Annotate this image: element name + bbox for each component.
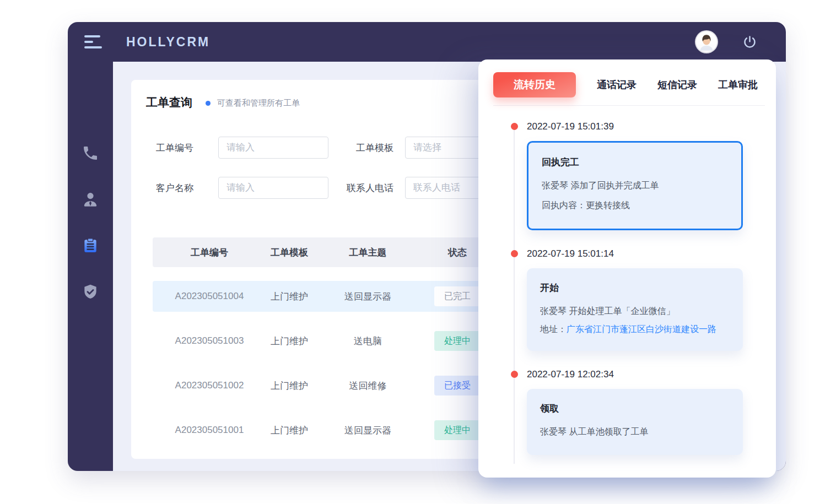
table-row[interactable]: A202305051003上门维护送电脑处理中 xyxy=(153,326,505,356)
sidebar-nav xyxy=(68,62,113,471)
timeline-address: 地址：广东省江门市蓬江区白沙街道建设一路 xyxy=(540,321,730,338)
app-logo: HOLLYCRM xyxy=(126,35,210,50)
filter-field: 工单编号 xyxy=(156,137,328,159)
tab-calls[interactable]: 通话记录 xyxy=(597,78,637,91)
timeline-card[interactable]: 开始张爱琴 开始处理工单「企业微信」地址：广东省江门市蓬江区白沙街道建设一路 xyxy=(527,268,743,351)
detail-tabs: 流转历史通话记录短信记录工单审批 xyxy=(478,59,776,97)
header-actions xyxy=(696,31,757,52)
table-row[interactable]: A202305051004上门维护送回显示器已完工 xyxy=(153,281,505,312)
cell-id: A202305051002 xyxy=(163,380,256,391)
timeline-card[interactable]: 领取张爱琴 从工单池领取了工单 xyxy=(527,389,743,455)
filter-field: 客户名称 xyxy=(156,177,328,199)
timeline-timestamp: 2022-07-19 15:01:39 xyxy=(527,120,776,133)
cell-id: A202305051003 xyxy=(163,335,256,346)
timeline-item: 2022-07-19 15:01:39回执完工张爱琴 添加了回执并完成工单回执内… xyxy=(527,120,776,230)
timeline-item: 2022-07-19 15:01:14开始张爱琴 开始处理工单「企业微信」地址：… xyxy=(527,247,776,351)
tab-approval[interactable]: 工单审批 xyxy=(718,78,758,91)
timeline-card-line: 张爱琴 开始处理工单「企业微信」 xyxy=(540,301,730,321)
status-badge: 处理中 xyxy=(434,420,481,440)
status-badge: 处理中 xyxy=(434,331,481,351)
cell-id: A202305051001 xyxy=(163,425,256,436)
detail-panel: 流转历史通话记录短信记录工单审批 2022-07-19 15:01:39回执完工… xyxy=(478,59,776,478)
cell-template: 上门维护 xyxy=(256,424,322,437)
timeline-card-line: 张爱琴 添加了回执并完成工单 xyxy=(542,176,728,196)
timeline-dot-icon xyxy=(511,250,518,257)
table-row[interactable]: A202305051002上门维护送回维修已接受 xyxy=(153,370,505,401)
cell-subject: 送回显示器 xyxy=(322,290,413,303)
workorder-table: 工单编号工单模板工单主题状态A202305051004上门维护送回显示器已完工A… xyxy=(153,237,505,446)
timeline-item: 2022-07-19 12:02:34领取张爱琴 从工单池领取了工单 xyxy=(527,367,776,455)
power-icon[interactable] xyxy=(742,35,757,50)
cell-subject: 送电脑 xyxy=(322,335,413,348)
page-title: 工单查询 xyxy=(146,95,192,110)
tab-history[interactable]: 流转历史 xyxy=(493,72,576,97)
timeline-dot-icon xyxy=(511,123,518,130)
tab-sms[interactable]: 短信记录 xyxy=(657,78,697,91)
timeline-card-title: 回执完工 xyxy=(542,156,728,169)
sidebar-item-contacts-icon[interactable] xyxy=(82,191,99,208)
filter-label: 工单编号 xyxy=(156,142,218,154)
filter-label: 客户名称 xyxy=(156,182,218,194)
cell-template: 上门维护 xyxy=(256,335,322,348)
history-timeline: 2022-07-19 15:01:39回执完工张爱琴 添加了回执并完成工单回执内… xyxy=(478,106,776,455)
page-subtitle: 可查看和管理所有工单 xyxy=(217,97,300,109)
filter-input[interactable] xyxy=(218,137,328,159)
timeline-card-title: 领取 xyxy=(540,402,730,415)
screen: HOLLYCRM xyxy=(0,0,836,504)
timeline-card-line: 张爱琴 从工单池领取了工单 xyxy=(540,422,730,442)
status-badge: 已接受 xyxy=(434,376,481,395)
menu-icon[interactable] xyxy=(84,35,102,48)
timeline-timestamp: 2022-07-19 15:01:14 xyxy=(527,247,776,261)
cell-template: 上门维护 xyxy=(256,380,322,392)
user-avatar[interactable] xyxy=(696,31,717,52)
timeline-card-title: 开始 xyxy=(540,281,730,294)
cell-template: 上门维护 xyxy=(256,290,322,303)
filter-label: 工单模板 xyxy=(343,142,405,154)
filter-input[interactable] xyxy=(218,177,328,199)
column-header: 工单编号 xyxy=(163,246,256,259)
timeline-timestamp: 2022-07-19 12:02:34 xyxy=(527,367,776,381)
filter-label: 联系人电话 xyxy=(343,182,405,194)
column-header: 工单模板 xyxy=(256,246,322,259)
app-header: HOLLYCRM xyxy=(68,22,786,62)
sidebar-item-security-icon[interactable] xyxy=(82,283,99,301)
cell-id: A202305051004 xyxy=(163,291,256,302)
timeline-card-line: 回执内容：更换转接线 xyxy=(542,196,728,215)
status-badge: 已完工 xyxy=(434,286,481,306)
timeline-card[interactable]: 回执完工张爱琴 添加了回执并完成工单回执内容：更换转接线 xyxy=(527,141,743,230)
sidebar-item-phone-icon[interactable] xyxy=(82,144,99,162)
cell-subject: 送回显示器 xyxy=(322,424,413,437)
subtitle-dot-icon xyxy=(206,101,211,106)
timeline-dot-icon xyxy=(511,371,518,378)
cell-subject: 送回维修 xyxy=(322,380,413,392)
address-label: 地址： xyxy=(540,321,567,338)
address-link[interactable]: 广东省江门市蓬江区白沙街道建设一路 xyxy=(567,321,730,338)
column-header: 工单主题 xyxy=(322,246,413,259)
table-header: 工单编号工单模板工单主题状态 xyxy=(153,237,505,267)
table-row[interactable]: A202305051001上门维护送回显示器处理中 xyxy=(153,415,505,446)
sidebar-item-workorder-icon[interactable] xyxy=(82,237,99,254)
